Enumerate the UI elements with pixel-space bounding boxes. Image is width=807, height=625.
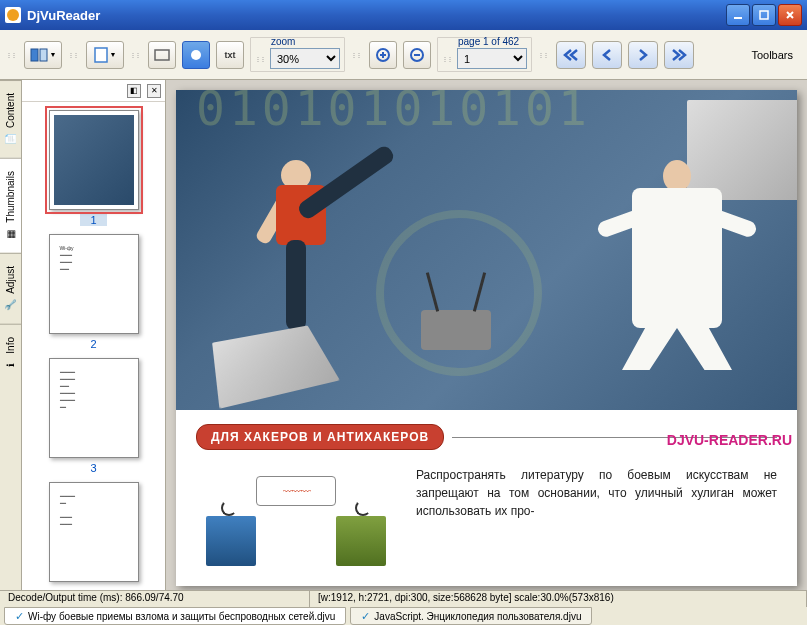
check-icon: ✓ [15,610,24,623]
check-icon: ✓ [361,610,370,623]
thumb-number: 2 [90,338,96,350]
thumb-panel-header: ◧ ✕ [22,80,165,102]
text-mode-button[interactable]: txt [216,41,244,69]
toolbar-grip[interactable]: ⋮⋮ [68,51,78,58]
status-bar: Decode/Output time (ms): 866.09/74.70 [w… [0,590,807,607]
app-title: DjVuReader [27,8,726,23]
status-info: [w:1912, h:2721, dpi:300, size:568628 by… [310,591,807,607]
thumbnail-panel: ◧ ✕ 1 Wi-фу━━━━━━━━━━━ 2 ━━━━━━━━━━━━━━━… [22,80,166,590]
document-tabs: ✓ Wi-фу боевые приемы взлома и защиты бе… [0,607,807,625]
side-tabs: 📄 Content ▦ Thumbnails 🔧 Adjust ℹ Info [0,80,22,590]
thumb-options-button[interactable]: ◧ [127,84,141,98]
tab-adjust[interactable]: 🔧 Adjust [0,253,21,324]
page-select[interactable]: 1 [457,48,527,69]
thumb-image[interactable] [49,110,139,210]
zoom-out-button[interactable] [403,41,431,69]
toolbar-grip[interactable]: ⋮⋮ [351,51,361,58]
watermark: DJVU-READER.RU [667,432,792,448]
view-mode-button[interactable]: ▼ [24,41,62,69]
tab-content[interactable]: 📄 Content [0,80,21,158]
zoom-select[interactable]: 30% [270,48,340,69]
thumb-image[interactable]: ━━━━━━━━━━━━━━━━━━━━━━━━━ [49,358,139,458]
toolbars-menu[interactable]: Toolbars [743,49,801,61]
document-viewport[interactable]: ДЛЯ ХАКЕРОВ И АНТИХАКЕРОВ DJVU-READER.RU… [166,80,807,590]
banner-text: ДЛЯ ХАКЕРОВ И АНТИХАКЕРОВ [196,424,444,450]
svg-rect-6 [155,50,169,60]
toolbar: ⋮⋮ ▼ ⋮⋮ ▼ ⋮⋮ txt ⋮⋮ zoom 30% ⋮⋮ ⋮⋮ page … [0,30,807,80]
svg-rect-1 [734,17,742,19]
toolbar-grip[interactable]: ⋮⋮ [442,55,452,62]
doc-tab[interactable]: ✓ JavaScript. Энциклопедия пользователя.… [350,607,592,625]
body-paragraph: Распространять литературу по боевым иску… [416,466,777,566]
prev-page-button[interactable] [592,41,622,69]
zoom-label: zoom [271,36,295,47]
svg-rect-4 [40,49,47,61]
page-label: page 1 of 462 [458,36,519,47]
page-lower: 〰〰〰 Распространять литературу по боевым … [176,458,797,586]
last-page-button[interactable] [664,41,694,69]
svg-point-0 [7,9,19,21]
thumb-list[interactable]: 1 Wi-фу━━━━━━━━━━━ 2 ━━━━━━━━━━━━━━━━━━━… [22,102,165,588]
thumb-image[interactable]: Wi-фу━━━━━━━━━━━ [49,234,139,334]
svg-rect-2 [760,11,768,19]
zoom-in-button[interactable] [369,41,397,69]
svg-point-7 [191,50,201,60]
first-page-button[interactable] [556,41,586,69]
thumb-number: 3 [90,462,96,474]
fullscreen-button[interactable] [148,41,176,69]
toolbar-grip[interactable]: ⋮⋮ [130,51,140,58]
color-mode-button[interactable] [182,41,210,69]
thumb-item[interactable]: Wi-фу━━━━━━━━━━━ 2 [30,234,157,350]
toolbar-grip[interactable]: ⋮⋮ [538,51,548,58]
thumb-number: 1 [80,214,106,226]
toolbar-grip[interactable]: ⋮⋮ [255,55,265,62]
doc-tab[interactable]: ✓ Wi-фу боевые приемы взлома и защиты бе… [4,607,346,625]
chevron-down-icon: ▼ [110,51,117,58]
doc-tab-label: Wi-фу боевые приемы взлома и защиты бесп… [28,611,335,622]
svg-rect-5 [95,48,107,62]
doc-tab-label: JavaScript. Энциклопедия пользователя.dj… [374,611,581,622]
page-cover-image [176,90,797,410]
status-decode: Decode/Output time (ms): 866.09/74.70 [0,591,310,607]
svg-rect-3 [31,49,38,61]
next-page-button[interactable] [628,41,658,69]
titlebar: DjVuReader [0,0,807,30]
page-render: ДЛЯ ХАКЕРОВ И АНТИХАКЕРОВ DJVU-READER.RU… [176,90,797,586]
thumb-item[interactable]: 1 [30,110,157,226]
chevron-down-icon: ▼ [50,51,57,58]
thumb-item[interactable]: ━━━━━━━━━━━━━━━━━━━━━━━━━ 3 [30,358,157,474]
content-icon: 📄 [4,132,18,146]
info-icon: ℹ [4,357,18,371]
tab-info[interactable]: ℹ Info [0,324,21,384]
tab-thumbnails[interactable]: ▦ Thumbnails [0,158,21,253]
thumb-image[interactable]: ━━━━━━━━━━━━━━━ [49,482,139,582]
thumb-close-button[interactable]: ✕ [147,84,161,98]
minimize-button[interactable] [726,4,750,26]
close-button[interactable] [778,4,802,26]
main-area: 📄 Content ▦ Thumbnails 🔧 Adjust ℹ Info ◧… [0,80,807,590]
maximize-button[interactable] [752,4,776,26]
thumbnails-icon: ▦ [4,227,18,241]
page-layout-button[interactable]: ▼ [86,41,124,69]
app-icon [5,7,21,23]
adjust-icon: 🔧 [4,298,18,312]
thumb-item[interactable]: ━━━━━━━━━━━━━━━ [30,482,157,582]
toolbar-grip[interactable]: ⋮⋮ [6,51,16,58]
txt-label: txt [225,50,236,60]
network-diagram: 〰〰〰 [196,466,396,566]
